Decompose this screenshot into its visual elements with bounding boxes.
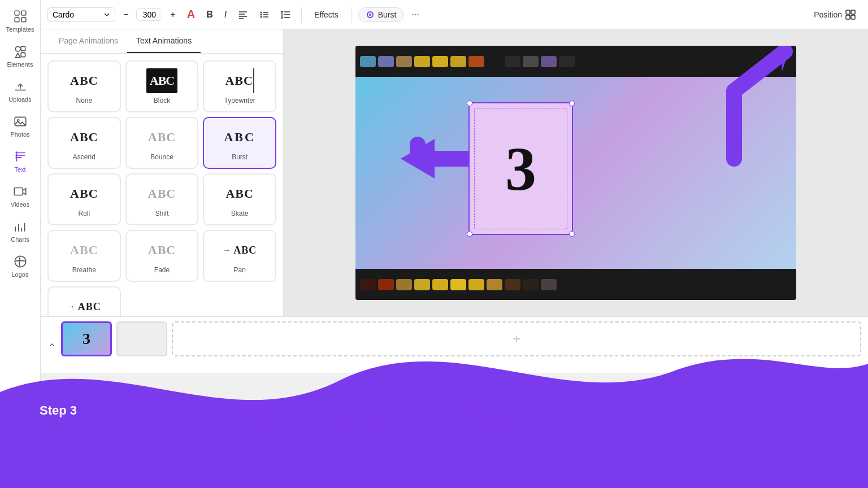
step-circle-label: Step 3 [40, 403, 77, 418]
svg-rect-22 [851, 10, 855, 14]
sidebar-item-elements[interactable]: Elements [1, 40, 40, 72]
animation-breathe[interactable]: ABC Breathe [47, 230, 121, 282]
animation-none[interactable]: ABC None [47, 60, 121, 112]
sidebar-label-elements: Elements [7, 61, 33, 68]
animation-pan-preview: →ABC [223, 238, 257, 263]
svg-point-16 [261, 11, 262, 13]
animation-roll-preview: ABC [70, 181, 98, 206]
selected-text-box[interactable]: 3 [468, 102, 573, 235]
align-button[interactable] [235, 7, 251, 22]
position-button[interactable]: Position [808, 7, 861, 22]
timeline-slide-1-number: 3 [83, 330, 90, 348]
timeline-slide-2[interactable] [116, 321, 167, 356]
handle-tr[interactable] [569, 101, 575, 106]
svg-rect-1 [21, 11, 26, 15]
handle-bl[interactable] [467, 231, 472, 237]
animation-ascend-preview: ABC [70, 125, 98, 150]
canvas[interactable]: 3 [355, 46, 796, 300]
step-text-line2: your choice. [237, 430, 539, 457]
animation-bounce-preview: ABC [148, 125, 176, 150]
svg-rect-7 [21, 53, 25, 57]
sidebar-label-photos: Photos [10, 131, 29, 138]
font-size-plus[interactable]: + [167, 7, 179, 22]
divider1 [301, 7, 302, 23]
toolbar: Cardo − 300 + A B I Effects Burst ··· Po… [41, 0, 868, 29]
sidebar-label-uploads: Uploads [8, 96, 31, 103]
line-height-button[interactable] [277, 7, 294, 22]
svg-point-20 [369, 14, 371, 16]
sidebar-item-charts[interactable]: Charts [1, 215, 40, 247]
canvas-area: 3 [284, 29, 868, 316]
align-icon [238, 10, 248, 20]
handle-br[interactable] [569, 231, 575, 237]
svg-rect-21 [846, 10, 850, 14]
svg-point-12 [15, 256, 26, 267]
tab-text-animations[interactable]: Text Animations [127, 29, 201, 53]
list-button[interactable] [256, 7, 273, 22]
font-size-control: 300 [136, 8, 162, 21]
animation-skate-label: Skate [231, 210, 249, 217]
burst-button[interactable]: Burst [358, 7, 404, 22]
timeline-collapse[interactable] [47, 321, 57, 368]
film-strip-bottom [355, 269, 796, 300]
svg-point-14 [19, 468, 21, 470]
svg-rect-2 [15, 18, 19, 22]
sidebar-label-templates: Templates [6, 26, 34, 33]
text-color-button[interactable]: A [184, 6, 198, 23]
sidebar-label-charts: Charts [11, 236, 29, 243]
animation-ascend[interactable]: ABC Ascend [47, 117, 121, 169]
collapse-panel-button[interactable] [0, 471, 243, 488]
animation-skate[interactable]: ABC Skate [203, 173, 276, 225]
position-label: Position [814, 10, 842, 19]
animation-pan[interactable]: →ABC Pan [203, 230, 276, 282]
animation-shift-preview: ABC [148, 181, 176, 206]
svg-point-13 [15, 468, 16, 470]
divider2 [351, 7, 351, 23]
animation-fade[interactable]: ABC Fade [125, 230, 199, 282]
handle-tl[interactable] [467, 101, 472, 106]
svg-point-17 [261, 14, 262, 15]
animation-bounce[interactable]: ABC Bounce [125, 117, 199, 169]
step-text-line1: Animate the text according to [237, 403, 539, 430]
sidebar-item-logos[interactable]: Logos [1, 250, 40, 282]
animation-typewriter-preview: ABC [225, 68, 254, 93]
right-top-arrow [683, 46, 796, 170]
animation-block-label: Block [154, 97, 170, 104]
sidebar-item-videos[interactable]: Videos [1, 180, 40, 212]
animation-typewriter[interactable]: ABC Typewriter [203, 60, 276, 112]
sidebar-item-uploads[interactable]: Uploads [1, 75, 40, 107]
animation-shift[interactable]: ABC Shift [125, 173, 199, 225]
tab-page-animations[interactable]: Page Animations [50, 29, 127, 53]
bold-button[interactable]: B [203, 7, 216, 22]
timeline-add-slide[interactable] [172, 321, 861, 356]
animation-burst-label: Burst [232, 153, 248, 161]
animation-fade-label: Fade [154, 266, 170, 274]
italic-button[interactable]: I [221, 7, 230, 22]
svg-rect-5 [21, 46, 25, 51]
animation-burst[interactable]: ABC Burst [203, 117, 276, 169]
sidebar-item-text[interactable]: Text [1, 145, 40, 177]
font-size-minus[interactable]: − [120, 7, 132, 22]
animations-grid: ABC None ABC Block ABC Typewriter ABC As… [41, 54, 283, 345]
animation-block[interactable]: ABC Block [125, 60, 199, 112]
line-height-icon [281, 10, 291, 20]
burst-icon [366, 10, 375, 19]
sidebar-item-templates[interactable]: Templates [1, 5, 40, 37]
animation-ascend-label: Ascend [73, 153, 96, 161]
effects-button[interactable]: Effects [309, 8, 344, 21]
animation-roll[interactable]: ABC Roll [47, 173, 121, 225]
animation-block-preview: ABC [146, 68, 177, 93]
timeline-slide-1[interactable]: 3 [61, 321, 112, 356]
more-button[interactable]: ··· [408, 7, 422, 22]
animation-bounce-label: Bounce [150, 153, 173, 161]
svg-marker-6 [15, 53, 20, 58]
sidebar-item-photos[interactable]: Photos [1, 110, 40, 142]
canvas-number: 3 [505, 138, 536, 200]
step-text: Animate the text according to your choic… [237, 403, 539, 457]
sidebar-label-videos: Videos [11, 201, 29, 208]
effects-label: Effects [314, 10, 338, 19]
sidebar-label-text: Text [14, 166, 25, 173]
animation-roll-label: Roll [78, 210, 90, 217]
font-selector[interactable]: Cardo [47, 7, 115, 22]
animation-typewriter-label: Typewriter [224, 97, 255, 104]
